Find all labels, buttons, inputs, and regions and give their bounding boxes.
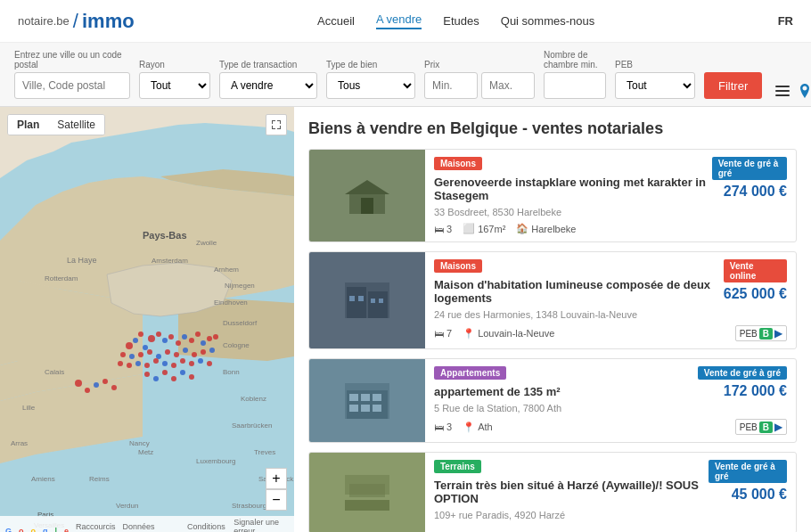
svg-text:Pays-Bas: Pays-Bas [143,230,187,241]
listing-image-placeholder [309,453,425,532]
listing-bottom: 🛏 7 📍 Louvain-la-Neuve PEB B ▶ [434,325,787,341]
logo: notaire.be / immo [18,10,135,33]
svg-text:Treves: Treves [254,448,275,456]
logo-slash: / [73,10,78,33]
listing-title: Gerenoveerde instapklare woning met kara… [434,176,712,202]
filter-bar: Entrez une ville ou un code postal Rayon… [0,43,811,107]
svg-point-31 [126,342,133,349]
svg-text:Luxembourg: Luxembourg [196,457,235,465]
svg-marker-80 [345,180,389,194]
svg-text:Nancy: Nancy [129,439,150,447]
chambres-input[interactable]: 0 [544,72,606,99]
nav-quisommes[interactable]: Qui sommes-nous [501,14,594,28]
transaction-select[interactable]: A vendre A louer [219,72,317,99]
svg-rect-100 [349,484,385,497]
listing-address: 109+ rue Paradis, 4920 Harzé [434,510,709,520]
nav-avendre[interactable]: A vendre [376,12,422,29]
zoom-out-button[interactable]: − [266,489,287,511]
terms-link[interactable]: Conditions d'utilisation [187,522,226,532]
peb-select[interactable]: Tout A B [615,72,695,99]
svg-point-73 [144,372,150,377]
listing-bottom: 🛏 3 ⬜ 167m² 🏠 Harelbeke [434,223,787,234]
listing-details: 🛏 7 📍 Louvain-la-Neuve [434,328,554,340]
view-toggle [774,83,811,99]
map-data-link[interactable]: Données cartographiques [123,522,181,532]
listing-card[interactable]: Maisons Maison d'habitation lumineuse co… [308,251,797,349]
svg-text:Lille: Lille [22,404,36,412]
listing-type-badge: Terrains [434,460,481,473]
listing-card[interactable]: Maisons Gerenoveerde instapklare woning … [308,149,797,242]
listing-price-wrap: Vente de gré à gré 172 000 € [698,366,787,399]
svg-point-46 [120,352,126,357]
rayon-select[interactable]: Tout [139,72,210,99]
svg-text:Arras: Arras [11,439,28,447]
svg-rect-0 [775,86,790,87]
map-tabs: Plan Satellite [7,114,105,135]
listing-image [309,359,425,442]
svg-point-74 [153,376,159,381]
svg-text:Koblenz: Koblenz [241,395,266,403]
svg-point-71 [102,379,108,384]
svg-point-70 [94,382,99,388]
svg-point-59 [135,361,141,366]
listing-content: Maisons Gerenoveerde instapklare woning … [425,150,796,241]
language-toggle[interactable]: FR [778,14,793,28]
map-expand-button[interactable] [266,114,287,135]
svg-point-47 [129,354,135,359]
svg-point-42 [195,331,201,337]
listing-sale-badge: Vente de gré à gré [698,366,787,380]
list-view-icon[interactable] [774,83,791,99]
keyboard-shortcut-link[interactable]: Raccourcis clavier [76,522,116,532]
listing-meta-top: Terrains Terrain très bien situé à Harzé… [434,460,709,520]
listing-image-placeholder [309,252,425,348]
peb-value: B [759,328,773,340]
nav-accueil[interactable]: Accueil [317,14,355,28]
filter-button[interactable]: Filtrer [704,72,762,99]
svg-rect-2 [775,94,790,96]
svg-point-65 [189,361,194,366]
listing-card[interactable]: Appartements appartement de 135 m² 5 Rue… [308,358,797,443]
map-tab-plan[interactable]: Plan [8,115,48,135]
map-tab-satellite[interactable]: Satellite [48,115,104,135]
svg-rect-96 [373,405,381,412]
typebien-label: Type de bien [326,60,415,70]
header: notaire.be / immo Accueil A vendre Etude… [0,0,811,43]
listing-detail-location: 🏠 Harelbeke [516,223,576,234]
area-icon: ⬜ [463,223,475,234]
listing-price: 625 000 € [724,286,787,302]
svg-text:Bonn: Bonn [223,368,240,376]
listing-type-badge: Maisons [434,157,482,170]
detail-beds-value: 7 [446,328,452,339]
svg-point-45 [213,334,218,340]
city-input[interactable] [14,72,130,99]
zoom-in-button[interactable]: + [266,468,287,489]
nav-etudes[interactable]: Etudes [443,14,479,28]
listing-details: 🛏 3 📍 Ath [434,422,493,433]
svg-point-54 [192,352,197,357]
prix-max-input[interactable] [481,72,535,99]
listing-price-wrap: Vente de gré à gré 274 000 € [712,157,787,200]
chambres-label: Nombre de chambre min. [544,50,606,70]
svg-point-76 [171,376,176,381]
listing-price: 45 000 € [732,487,787,503]
svg-text:Metz: Metz [138,448,153,456]
typebien-select[interactable]: Tous Maisons Appartements Terrains [326,72,415,99]
svg-rect-95 [361,405,370,412]
listing-detail-beds: 🛏 3 [434,224,452,234]
svg-point-44 [207,336,212,341]
logo-notaire-text: notaire.be [18,14,70,28]
prix-min-input[interactable] [424,72,478,99]
svg-point-49 [147,349,152,355]
peb-label: PEB [740,422,758,432]
svg-point-40 [182,334,187,340]
svg-point-50 [156,354,161,359]
listing-price: 172 000 € [724,383,787,399]
svg-point-66 [198,358,203,364]
map-view-icon[interactable] [798,83,811,99]
svg-point-63 [171,363,176,368]
svg-point-32 [133,338,138,343]
listing-card[interactable]: Terrains Terrain très bien situé à Harzé… [308,452,797,532]
bed-icon: 🛏 [434,224,444,234]
report-error-link[interactable]: Signaler une erreur cartographique [233,518,289,532]
svg-text:Arnhem: Arnhem [214,266,239,274]
